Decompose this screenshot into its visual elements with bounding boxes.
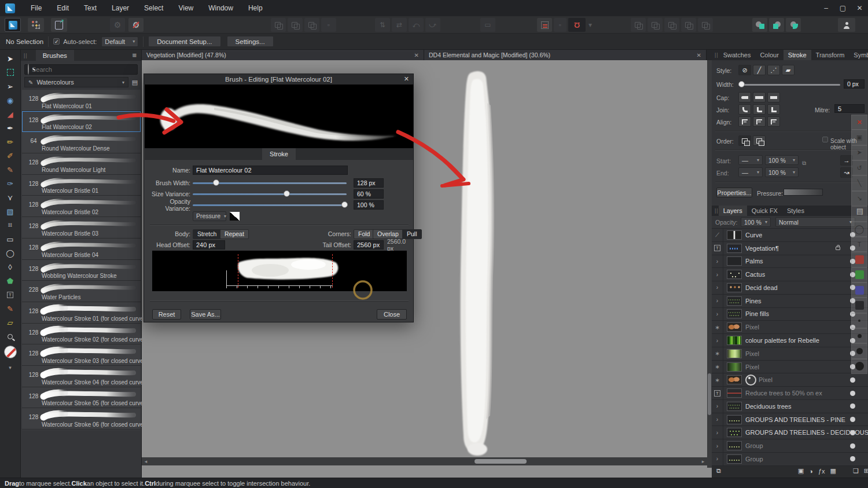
layer-row[interactable]: ›GROUPS AND TREELINES - DECIDUOUS	[712, 426, 868, 439]
colour-well-none[interactable]	[3, 343, 18, 361]
layer-thumbnail[interactable]	[727, 362, 742, 372]
style-dash-button[interactable]: ⋰	[767, 65, 780, 75]
expand-chevron-icon[interactable]: ›	[712, 281, 723, 294]
menu-help[interactable]: Help	[241, 0, 270, 16]
overlay-rotate-icon[interactable]: ↺	[851, 160, 867, 175]
expand-chevron-icon[interactable]: ›	[712, 453, 723, 465]
brush-item-selected[interactable]: 128Flat Watercolour 02	[22, 111, 141, 133]
tab-swatches[interactable]: Swatches	[719, 50, 756, 60]
tools-expand-chevron-icon[interactable]: ▾	[3, 361, 18, 375]
pressure-profile-strip[interactable]	[784, 189, 823, 196]
autoselect-dropdown[interactable]: Default▾	[101, 36, 138, 47]
mask-badge-icon[interactable]	[745, 375, 756, 386]
panel-grip-icon[interactable]: ||	[715, 208, 719, 214]
layer-thumbnail[interactable]	[727, 309, 742, 318]
layer-row[interactable]: ›Pines	[712, 295, 868, 308]
layer-thumbnail[interactable]	[727, 428, 742, 437]
align-centre-button[interactable]	[738, 116, 751, 127]
expand-chevron-icon[interactable]: ›	[712, 255, 723, 268]
order-back-button[interactable]	[752, 18, 767, 32]
layer-row[interactable]: ›Pine fills	[712, 308, 868, 321]
layer-row[interactable]: ∗Pixel	[712, 347, 868, 361]
body-repeat-button[interactable]: Repeat	[220, 229, 249, 239]
pencil-tool[interactable]: ✏	[3, 135, 18, 149]
opacity-dropdown[interactable]: 100 %▾	[741, 217, 771, 227]
blend-mode-dropdown[interactable]: Normal▾	[775, 217, 855, 227]
ruler-tool[interactable]: ▱	[3, 315, 18, 329]
layer-row[interactable]: ›Palms	[712, 255, 868, 269]
style-solid-button[interactable]: ╱	[753, 65, 766, 75]
minimize-icon[interactable]: –	[818, 0, 834, 16]
brush-item[interactable]: 128Watercolour Bristle 04	[22, 239, 141, 260]
panel-menu-icon[interactable]: ≡	[132, 51, 137, 60]
zoom-tool[interactable]	[3, 329, 18, 343]
opacity-variance-slider[interactable]	[193, 204, 347, 206]
align-outside-button[interactable]	[767, 116, 780, 127]
move-tool[interactable]: ➤	[3, 52, 18, 65]
start-style-dropdown[interactable]: —▾	[738, 155, 763, 165]
visibility-dot[interactable]	[850, 443, 855, 449]
dialog-titlebar[interactable]: Brush - Editing [Flat Watercolour 02]	[144, 74, 413, 85]
layer-row[interactable]: ›Group	[712, 453, 868, 466]
layer-row[interactable]: ›Decid dead	[712, 281, 868, 295]
layer-row[interactable]: ›Deciduous trees	[712, 400, 868, 413]
document-setup-button[interactable]: Document Setup...	[148, 36, 220, 47]
brush-item[interactable]: 228Water Particles	[22, 281, 141, 302]
slider-thumb[interactable]	[284, 190, 290, 197]
tab-layers[interactable]: Layers	[719, 206, 747, 216]
overlay-menu-icon[interactable]: ≡	[851, 206, 867, 221]
expand-chevron-icon[interactable]: ›	[712, 308, 723, 321]
menu-text[interactable]: Text	[76, 0, 104, 16]
cap-butt-button[interactable]	[767, 92, 780, 102]
brush-item[interactable]: 128Watercolour Stroke 06 (for closed cur…	[22, 408, 141, 430]
doc-tab-vegetation[interactable]: Vegetation [Modified] (47.8%)✕	[142, 50, 424, 60]
stroke-width-value[interactable]: 0 px	[844, 79, 865, 89]
expand-chevron-icon[interactable]: ›	[712, 295, 723, 307]
overlay-colour-red[interactable]	[851, 252, 867, 267]
overlay-size-3[interactable]	[851, 343, 867, 358]
layer-thumbnail[interactable]	[727, 296, 742, 306]
visibility-dot[interactable]	[850, 391, 855, 396]
maximize-icon[interactable]: ▢	[834, 0, 851, 16]
tab-colour[interactable]: Colour	[755, 50, 783, 60]
visibility-dot[interactable]	[850, 430, 855, 435]
layer-row[interactable]: ∗Pixel	[712, 373, 868, 387]
stroke-width-slider[interactable]	[738, 84, 840, 86]
gradient-tool[interactable]: ✎	[3, 302, 18, 315]
layer-thumbnail[interactable]	[727, 270, 742, 279]
ellipse-tool[interactable]: ◯	[3, 246, 18, 260]
menu-edit[interactable]: Edit	[49, 0, 76, 16]
tail-offset-guide[interactable]	[332, 254, 333, 288]
layer-thumbnail[interactable]	[727, 388, 742, 398]
overlay-annotation-toolbar[interactable]: ✕ ▣ ➤ ↺ ╲ ↘ ≡ ◯ T	[851, 115, 867, 374]
brush-item[interactable]: 128Watercolour Stroke 04 (for closed cur…	[22, 366, 141, 387]
fx-icon[interactable]: ƒx	[818, 468, 825, 475]
dialog-close-icon[interactable]: ✕	[404, 75, 409, 83]
pixel-persona-button[interactable]	[28, 18, 44, 32]
place-image-tool[interactable]: ▧	[3, 204, 18, 218]
end-style-dropdown[interactable]: —▾	[738, 167, 763, 177]
link-icon[interactable]: ⧉	[802, 160, 806, 167]
layer-thumbnail[interactable]	[727, 322, 742, 332]
properties-button[interactable]: Properties...	[716, 188, 752, 197]
join-miter-button[interactable]	[767, 104, 780, 115]
scroll-left-icon[interactable]: ◂	[142, 458, 150, 464]
layer-thumbnail[interactable]	[727, 244, 742, 253]
panel-grip-icon[interactable]: ||	[715, 52, 719, 58]
pixel-brush-tool[interactable]: ✑	[3, 177, 18, 190]
vertical-scroll-thumb[interactable]	[708, 373, 711, 415]
layer-thumbnail[interactable]	[727, 402, 742, 411]
order-back-button[interactable]	[753, 135, 766, 146]
layer-row[interactable]: TReduce trees to 50% on ex	[712, 387, 868, 400]
smart-shape-tool[interactable]: ⬟	[3, 274, 18, 288]
snapping-dropdown-chevron-icon[interactable]: ▾	[587, 18, 594, 32]
menu-file[interactable]: File	[23, 0, 49, 16]
layer-row[interactable]: ∗Pixel	[712, 321, 868, 334]
tab-symbols[interactable]: Symbols	[849, 50, 868, 60]
settings-button[interactable]: Settings...	[227, 36, 274, 47]
menu-view[interactable]: View	[171, 0, 201, 16]
order-front-button[interactable]	[738, 135, 751, 146]
expand-chevron-icon[interactable]: ›	[712, 400, 723, 413]
layer-row[interactable]: ⟋Curve	[712, 229, 868, 242]
pen-tool[interactable]: ✒	[3, 121, 18, 135]
